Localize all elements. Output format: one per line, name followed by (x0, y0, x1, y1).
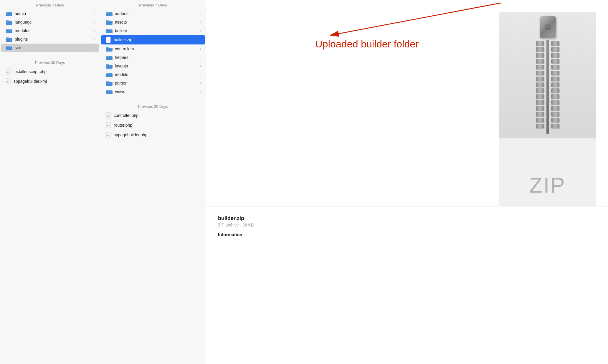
selected-list-item[interactable]: ZIP builder.zip (101, 35, 205, 44)
folder-icon (106, 11, 113, 16)
list-item[interactable]: parser › (101, 79, 205, 87)
list-item[interactable]: builder › (101, 27, 205, 35)
zipper-pull (540, 16, 556, 38)
folder-icon (106, 80, 113, 86)
item-name: sppagebuilder.xml (14, 79, 47, 84)
folder-icon (106, 89, 113, 94)
svg-text:XML: XML (6, 81, 9, 83)
folder-icon (6, 11, 12, 16)
doc-icon: PHP (6, 68, 11, 75)
list-item[interactable]: PHP controller.php (101, 111, 205, 120)
svg-rect-7 (6, 37, 9, 39)
folder-icon (6, 28, 12, 33)
folder-icon (106, 28, 113, 33)
svg-text:PHP: PHP (6, 71, 9, 73)
doc-icon: PHP (106, 122, 111, 128)
item-name: assets (115, 20, 127, 24)
zipper-graphic (499, 12, 596, 138)
chevron-icon: › (200, 47, 201, 51)
doc-icon: XML (6, 78, 11, 85)
item-name: builder (115, 28, 127, 33)
folder-icon (106, 19, 113, 25)
zip-text-label: ZIP (529, 173, 566, 206)
file-name: builder.zip (218, 215, 596, 221)
folder-icon (106, 46, 113, 52)
chevron-icon: › (200, 64, 201, 68)
zipper-track (546, 40, 549, 134)
folder-icon (6, 45, 12, 50)
file-type: ZIP archive - 38 KB (218, 223, 596, 227)
col2-7day-list: addons › assets › builder › (100, 9, 206, 96)
folder-icon (106, 72, 113, 77)
svg-rect-27 (106, 64, 109, 65)
folder-icon (106, 55, 113, 60)
item-name: sppagebuilder.php (114, 133, 147, 137)
item-name: controllers (115, 47, 134, 51)
chevron-icon: › (200, 81, 201, 85)
middle-panel: Previous 7 Days addons › assets › (100, 0, 206, 364)
item-name: builder.zip (114, 37, 132, 42)
item-name: layouts (115, 64, 128, 68)
list-item[interactable]: language › (1, 18, 99, 26)
svg-rect-31 (106, 81, 109, 82)
list-item[interactable]: plugins › (1, 35, 99, 43)
list-item[interactable]: PHP sppagebuilder.php (101, 130, 205, 140)
svg-rect-23 (106, 47, 109, 48)
item-name: helpers (115, 55, 128, 60)
list-item[interactable]: helpers › (101, 53, 205, 62)
svg-rect-29 (106, 73, 109, 74)
item-name: addons (115, 11, 128, 16)
item-name: views (115, 89, 125, 94)
chevron-icon: › (94, 46, 95, 50)
doc-icon: PHP (106, 132, 111, 138)
item-name: installer.script.php (14, 69, 47, 74)
col2-section2-header: Previous 30 Days (100, 101, 206, 110)
chevron-icon: › (200, 20, 201, 24)
list-item[interactable]: controllers › (101, 45, 205, 53)
list-item[interactable]: views › (101, 87, 205, 96)
zip-icon: ZIP (499, 12, 596, 206)
item-name: router.php (114, 123, 132, 128)
list-item[interactable]: layouts › (101, 62, 205, 70)
list-item[interactable]: assets › (101, 18, 205, 26)
list-item[interactable]: admin › (1, 9, 99, 18)
chevron-icon: › (94, 37, 95, 41)
svg-rect-3 (6, 20, 9, 21)
col1-7day-list: admin › language › modules › (0, 9, 100, 52)
item-name: admin (15, 11, 26, 16)
file-info-panel: builder.zip ZIP archive - 38 KB Informat… (206, 206, 608, 246)
chevron-icon: › (94, 11, 95, 16)
chevron-icon: › (94, 29, 95, 33)
svg-text:PHP: PHP (107, 135, 109, 136)
left-panel: Previous 7 Days admin › language › (0, 0, 100, 364)
col1-section1-header: Previous 7 Days (0, 0, 100, 9)
list-item[interactable]: modules › (1, 27, 99, 35)
list-item[interactable]: models › (101, 70, 205, 79)
file-info-label: Information (218, 232, 596, 237)
chevron-icon: › (94, 20, 95, 24)
svg-text:PHP: PHP (107, 125, 109, 127)
svg-rect-19 (106, 29, 109, 30)
folder-icon (6, 19, 12, 25)
svg-rect-15 (106, 12, 109, 13)
list-item[interactable]: site › (1, 44, 99, 52)
chevron-icon: › (200, 11, 201, 16)
list-item[interactable]: PHP installer.script.php (1, 67, 99, 76)
col1-30day-list: PHP installer.script.php XML sppagebuild… (0, 67, 100, 86)
svg-rect-1 (6, 12, 9, 13)
preview-panel: Uploaded builder folder (206, 0, 608, 364)
svg-rect-25 (106, 56, 109, 57)
folder-icon (6, 37, 12, 42)
svg-text:ZIP: ZIP (107, 39, 109, 41)
col1-section2-header: Previous 30 Days (0, 57, 100, 67)
list-item[interactable]: addons › (101, 9, 205, 18)
col2-30day-section: Previous 30 Days PHP controller.php PHP … (100, 101, 206, 140)
item-name: parser (115, 81, 127, 85)
svg-rect-5 (6, 29, 9, 30)
folder-icon (106, 63, 113, 69)
list-item[interactable]: PHP router.php (101, 120, 205, 130)
item-name: modules (15, 28, 30, 33)
item-name: controller.php (114, 113, 138, 118)
list-item[interactable]: XML sppagebuilder.xml (1, 77, 99, 86)
zipper-center (539, 12, 556, 138)
